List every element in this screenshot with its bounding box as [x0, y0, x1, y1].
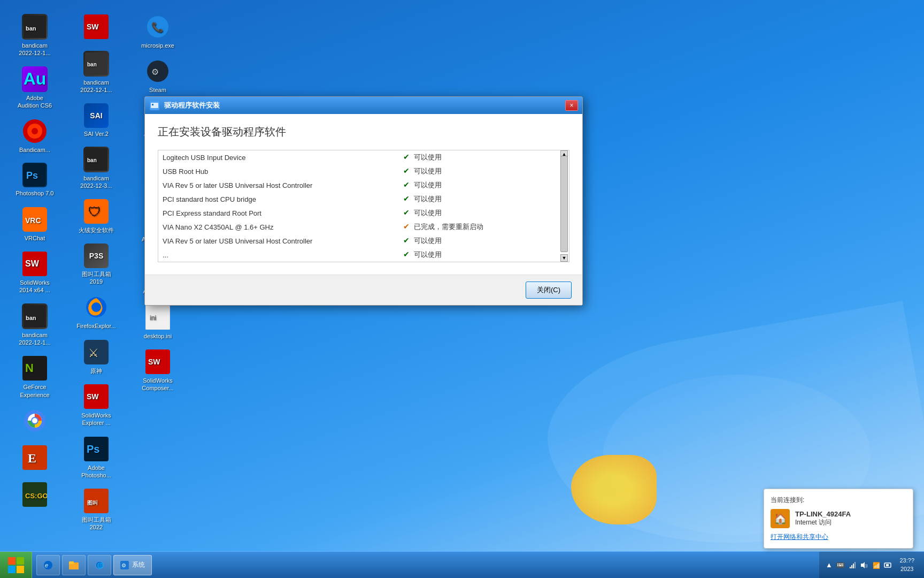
taskbar-tray: ▲ )))) 📶 [819, 552, 924, 578]
dialog-body: 正在安装设备驱动程序软件 Logitech USB Input Device ✔… [145, 114, 582, 275]
wifi-popup: 当前连接到: 🏠 TP-LINK_4924FA Internet 访问 打开网络… [764, 489, 913, 549]
taskbar: e 🌐 ⚙ 系统 [0, 551, 924, 578]
svg-text:e: e [45, 562, 48, 568]
svg-text:N: N [25, 361, 34, 375]
desktop-icon-sai[interactable]: SAI SAI Ver.2 [67, 100, 126, 141]
taskbar-clock[interactable]: 23:?? 2023 [895, 557, 919, 573]
desktop-icon-bandicam4[interactable]: ban bandicam2022-12-1... [67, 48, 126, 97]
wifi-house-icon: 🏠 [771, 509, 790, 528]
desktop-icon-bandicam3[interactable]: ban bandicam2022-12-1... [5, 300, 64, 350]
desktop-icon-solidworks2[interactable]: SW [67, 11, 126, 45]
svg-rect-81 [851, 565, 852, 568]
wifi-network-info: TP-LINK_4924FA Internet 访问 [795, 510, 906, 527]
dialog-close-action-button[interactable]: 关闭(C) [526, 282, 572, 299]
svg-text:⚙: ⚙ [151, 67, 159, 77]
desktop-icon-solidworks-composer[interactable]: SW SolidWorksComposer... [128, 346, 187, 396]
desktop-icon-huixian[interactable]: 🛡 火绒安全软件 [67, 195, 126, 237]
tray-projector-icon[interactable] [883, 561, 892, 569]
desktop-icon-bandicam1[interactable]: ban bandicam2022-12-1... [5, 11, 64, 60]
svg-rect-83 [854, 562, 856, 568]
start-button[interactable] [0, 552, 32, 579]
desktop-icon-solidworks1[interactable]: SW SolidWorks2014 x64 ... [5, 248, 64, 298]
desktop-icon-solidworks-explorer[interactable]: SW SolidWorksExplorer ... [67, 381, 126, 430]
tray-volume-icon[interactable]: )))) [860, 561, 868, 569]
svg-rect-78 [839, 565, 842, 566]
device-list-row: VIA Rev 5 or later USB Universal Host Co… [158, 234, 569, 248]
desktop-icon-audition[interactable]: Au AdobeAudition CS6 [5, 63, 64, 113]
yellow-blob-decoration [571, 455, 657, 524]
svg-rect-82 [853, 564, 854, 568]
status-text: 可以使用 [414, 237, 442, 245]
svg-rect-62 [8, 566, 16, 573]
svg-text:VRC: VRC [25, 216, 41, 225]
device-name: VIA Nano X2 C4350AL @ 1.6+ GHz [158, 220, 399, 234]
check-icon: ✔ [403, 208, 410, 217]
taskbar-item-folder[interactable] [62, 555, 86, 575]
tray-wifi-icon[interactable]: 📶 [872, 561, 880, 569]
device-status: ✔ 可以使用 [399, 150, 569, 164]
device-status: ✔ 已完成，需要重新启动 [399, 220, 569, 234]
desktop-icon-adobe-ps[interactable]: Ps AdobePhotosho... [67, 433, 126, 483]
tray-expand-button[interactable]: ▲ [825, 561, 833, 569]
clock-date: 2023 [899, 565, 914, 573]
status-text: 已完成，需要重新启动 [414, 223, 483, 231]
svg-text:SW: SW [148, 358, 160, 366]
svg-rect-60 [8, 557, 16, 565]
taskbar-item-ie[interactable]: e [36, 555, 60, 575]
svg-text:Ps: Ps [26, 170, 38, 181]
svg-rect-79 [842, 565, 843, 566]
svg-rect-63 [17, 566, 24, 573]
desktop-icon-photoshop70[interactable]: Ps Photoshop 7.0 [5, 159, 64, 200]
device-list-row: Logitech USB Input Device ✔ 可以使用 [158, 150, 569, 164]
desktop-icon-vrchat[interactable]: VRC VRChat [5, 203, 64, 245]
device-name: Logitech USB Input Device [158, 150, 399, 164]
scrollbar-down-button[interactable]: ▼ [560, 254, 568, 262]
svg-text:📶: 📶 [873, 561, 880, 569]
desktop-icon-csgo[interactable]: CS:GO [5, 478, 64, 513]
status-text: 可以使用 [414, 250, 442, 258]
wifi-open-network-center-link[interactable]: 打开网络和共享中心 [771, 533, 906, 542]
svg-rect-67 [69, 561, 74, 564]
taskbar-items: e 🌐 ⚙ 系统 [32, 555, 819, 575]
device-list-row: PCI standard host CPU bridge ✔ 可以使用 [158, 192, 569, 206]
wifi-connection-type: Internet 访问 [795, 518, 906, 527]
driver-install-dialog: 驱动程序软件安装 × 正在安装设备驱动程序软件 Logitech USB Inp… [144, 96, 583, 306]
dialog-close-button[interactable]: × [565, 100, 578, 111]
desktop-icon-toolbox2022[interactable]: 图叫 图叫工具箱2022 [67, 485, 126, 535]
device-list-row: ... ✔ 可以使用 [158, 248, 569, 262]
desktop-icon-steam[interactable]: ⚙ Steam [128, 55, 187, 97]
device-name: USB Root Hub [158, 164, 399, 178]
desktop-icon-geforce[interactable]: N GeForceExperience [5, 352, 64, 402]
taskbar-item-network[interactable]: 🌐 [88, 555, 111, 575]
desktop-icon-desktop-ini[interactable]: ini desktop.ini [128, 301, 187, 343]
desktop-icon-bandicam2[interactable]: Bandicam... [5, 115, 64, 157]
desktop-icon-ec[interactable]: E [5, 442, 64, 476]
svg-text:SW: SW [25, 259, 40, 268]
desktop-icon-microsip[interactable]: 📞 microsip.exe [128, 11, 187, 52]
desktop-icon-yuanshen[interactable]: ⚔ 原神 [67, 336, 126, 378]
wifi-popup-title: 当前连接到: [771, 496, 906, 505]
desktop-icon-chrome[interactable] [5, 405, 64, 439]
svg-text:CS:GO: CS:GO [25, 492, 47, 500]
svg-text:ban: ban [26, 25, 36, 32]
device-name: PCI Express standard Root Port [158, 206, 399, 220]
desktop-icon-p3s[interactable]: P3S 图叫工具箱2019 [67, 240, 126, 289]
device-status: ✔ 可以使用 [399, 192, 569, 206]
check-icon: ✔ [403, 194, 410, 203]
dialog-footer: 关闭(C) [145, 275, 582, 305]
desktop-icon-firefox[interactable]: FirefoxExplor... [67, 291, 126, 333]
taskbar-item-system[interactable]: ⚙ 系统 [113, 555, 152, 575]
desktop-icon-bandicam5[interactable]: ban bandicam2022-12-3... [67, 143, 126, 193]
status-text: 可以使用 [414, 167, 442, 175]
tray-network-icon[interactable] [848, 561, 857, 569]
scrollbar-thumb[interactable] [560, 156, 568, 252]
device-list: Logitech USB Input Device ✔ 可以使用 USB Roo… [158, 150, 569, 262]
svg-text:📞: 📞 [151, 21, 164, 33]
svg-text:Ps: Ps [87, 443, 99, 455]
dialog-titlebar: 驱动程序软件安装 × [145, 97, 582, 114]
svg-point-32 [91, 302, 101, 312]
svg-text:ban: ban [26, 315, 36, 321]
svg-rect-73 [837, 564, 838, 565]
device-status: ✔ 可以使用 [399, 234, 569, 248]
device-status: ✔ 可以使用 [399, 248, 569, 262]
